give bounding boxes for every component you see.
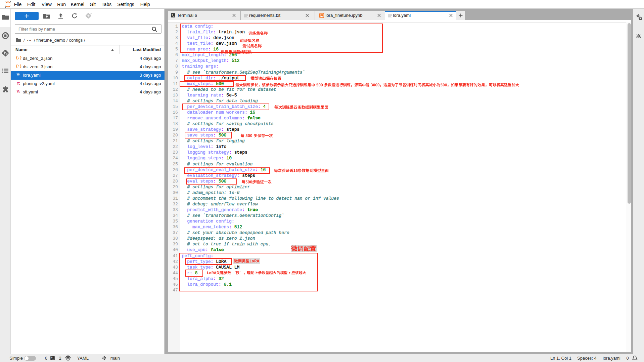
svg-text:$: $ [172, 14, 173, 16]
svg-text:$: $ [51, 356, 53, 359]
